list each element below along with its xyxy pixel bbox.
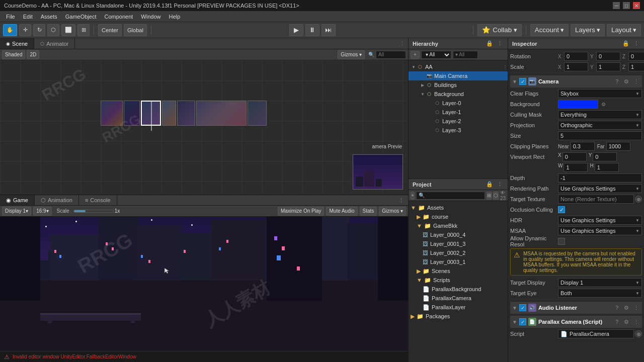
msaa-dropdown[interactable]: Use Graphics Settings ▼ [558,226,642,235]
camera-comp-settings[interactable]: ⚙ [622,77,630,85]
project-item-parallaxcam[interactable]: 📄 ParallaxCamera [409,294,508,303]
tool-move[interactable]: ✛ [19,24,31,36]
tab-scene[interactable]: ◉ Scene [0,38,34,49]
step-button[interactable]: ⏭ [321,24,336,36]
project-view-btn[interactable]: ⊞ [487,192,492,200]
space-btn[interactable]: Global [124,24,147,36]
play-button[interactable]: ▶ [289,24,303,36]
tool-rect[interactable]: ⬜ [61,24,75,36]
scale-y-value[interactable]: 1 [596,62,620,71]
menu-assets[interactable]: Assets [37,13,61,21]
size-value[interactable]: 5 [558,131,642,140]
background-color-picker[interactable] [558,100,598,109]
occlusion-culling-checkbox[interactable]: ✓ [558,206,565,213]
vr-w-val[interactable]: 1 [564,163,588,172]
collab-button[interactable]: ⭐ Collab ▾ [477,24,522,36]
rendering-path-dropdown[interactable]: Use Graphics Settings ▼ [558,184,642,193]
project-item-course[interactable]: ▶ 📁 course [409,212,508,221]
menu-window[interactable]: Window [137,13,165,21]
camera-comp-help[interactable]: ? [613,77,621,85]
tool-transform[interactable]: ⊞ [77,24,90,36]
project-item-parallaxlayer[interactable]: 📄 ParallaxLayer [409,303,508,312]
parallax-comp-menu[interactable]: ⋮ [632,318,640,326]
hierarchy-item-main-camera[interactable]: 📷 Main Camera [409,71,508,80]
tool-scale[interactable]: ⬡ [47,24,59,36]
project-item-packages[interactable]: ▶ 📁 Packages [409,312,508,321]
scene-panel-menu[interactable]: ⋮ [399,40,405,47]
parallax-comp-settings[interactable]: ⚙ [622,318,630,326]
tab-animation[interactable]: ⬡ Animation [35,195,79,205]
hdr-dropdown[interactable]: Use Graphics Settings ▼ [558,216,642,225]
project-filter-btn[interactable]: ⬡ [493,192,499,200]
tab-animator[interactable]: ⬡ Animator [34,38,75,49]
project-item-layer3[interactable]: 🖼 Layer_0001_3 [409,239,508,248]
project-item-layer1[interactable]: 🖼 Layer_0003_1 [409,257,508,266]
rotation-y-value[interactable]: 0 [596,52,620,61]
depth-value[interactable]: -1 [558,173,642,183]
ratio-dropdown[interactable]: 16:9 ▾ [33,207,51,216]
hierarchy-item-layer1[interactable]: ⬡ Layer-1 [409,108,508,117]
stats-btn[interactable]: Stats [360,207,377,216]
scale-slider[interactable] [73,210,114,213]
tool-rotate[interactable]: ↻ [33,24,45,36]
camera-enable-toggle[interactable]: ✓ [519,78,526,85]
minimize-button[interactable]: ─ [613,2,620,9]
menu-gameobject[interactable]: GameObject [61,13,101,21]
vr-x-val[interactable]: 0 [562,152,587,161]
rotation-z-value[interactable]: 0 [628,52,644,61]
project-item-scripts[interactable]: ▼ 📁 Scripts [409,276,508,285]
tab-console[interactable]: ≡ Console [79,195,117,205]
camera-component-header[interactable]: ▼ ✓ 📷 Camera ? ⚙ ⋮ [510,75,642,87]
near-value[interactable]: 0.3 [571,142,595,151]
script-select[interactable]: ◎ [635,330,642,337]
audio-comp-menu[interactable]: ⋮ [632,304,640,312]
audio-comp-settings[interactable]: ⚙ [622,304,630,312]
tab-game[interactable]: ◉ Game [0,195,35,205]
gizmos-btn[interactable]: Gizmos ▾ [338,50,365,59]
parallax-camera-header[interactable]: ▼ ✓ 📄 Parallax Camera (Script) ? ⚙ ⋮ [510,316,642,328]
vr-h-val[interactable]: 1 [595,163,619,172]
menu-help[interactable]: Help [165,13,184,21]
menu-component[interactable]: Component [100,13,137,21]
hierarchy-item-layer2[interactable]: ⬡ Layer-2 [409,117,508,126]
hierarchy-filter-dropdown[interactable]: ▾ All [421,51,451,59]
hierarchy-search-input[interactable] [453,51,478,59]
hierarchy-item-buildings[interactable]: ▶ ⬡ Buildings [409,80,508,89]
dimension-btn[interactable]: 2D [27,50,39,59]
project-item-scenes[interactable]: ▶ 📁 Scenes [409,266,508,276]
audio-comp-help[interactable]: ? [613,304,621,312]
project-item-gamebkk[interactable]: ▼ 📁 GameBkk [409,221,508,230]
scale-z-value[interactable]: 1 [628,62,644,71]
project-item-assets[interactable]: ▼ 📁 Assets [409,203,508,212]
hierarchy-lock-icon[interactable]: 🔒 [486,40,494,48]
culling-mask-dropdown[interactable]: Everything ▼ [558,110,642,119]
hierarchy-item-aa[interactable]: ▼ ⬡ AA ⋮ [409,62,508,71]
parallax-comp-help[interactable]: ? [613,318,621,326]
gizmos-game-btn[interactable]: Gizmos ▾ [379,207,406,216]
pause-button[interactable]: ⏸ [305,24,319,36]
inspector-menu-icon[interactable]: ⋮ [632,40,640,48]
background-settings-icon[interactable]: ⚙ [601,102,606,107]
shading-dropdown[interactable]: Shaded [2,50,25,59]
vr-y-val[interactable]: 0 [593,152,617,161]
scene-view[interactable]: amera Previe RRCG RRCG [0,60,408,195]
maximize-button[interactable]: □ [623,2,630,9]
allow-dynamic-checkbox[interactable] [558,238,565,245]
hierarchy-item-layer3[interactable]: ⬡ Layer-3 [409,126,508,135]
hierarchy-item-background[interactable]: ▼ ⬡ Background [409,89,508,99]
game-view[interactable]: RRCG 人人素材 [0,217,408,351]
target-texture-select[interactable]: ◎ [635,196,642,203]
account-button[interactable]: Account ▾ [530,24,569,36]
project-lock-icon[interactable]: 🔒 [486,180,494,189]
hierarchy-menu-icon[interactable]: ⋮ [496,40,504,48]
project-menu-icon[interactable]: ⋮ [496,180,504,189]
inspector-lock-icon[interactable]: 🔒 [622,40,630,48]
target-display-dropdown[interactable]: Display 1 ▼ [558,278,642,287]
camera-comp-menu[interactable]: ⋮ [632,77,640,85]
projection-dropdown[interactable]: Orthographic ▼ [558,121,642,130]
hierarchy-item-layer0[interactable]: ⬡ Layer-0 [409,99,508,108]
maximize-btn[interactable]: Maximize On Play [278,207,325,216]
layers-button[interactable]: Layers ▾ [571,24,605,36]
target-eye-dropdown[interactable]: Both ▼ [558,289,642,298]
tab-panel-menu[interactable]: ⋮ [394,195,408,205]
